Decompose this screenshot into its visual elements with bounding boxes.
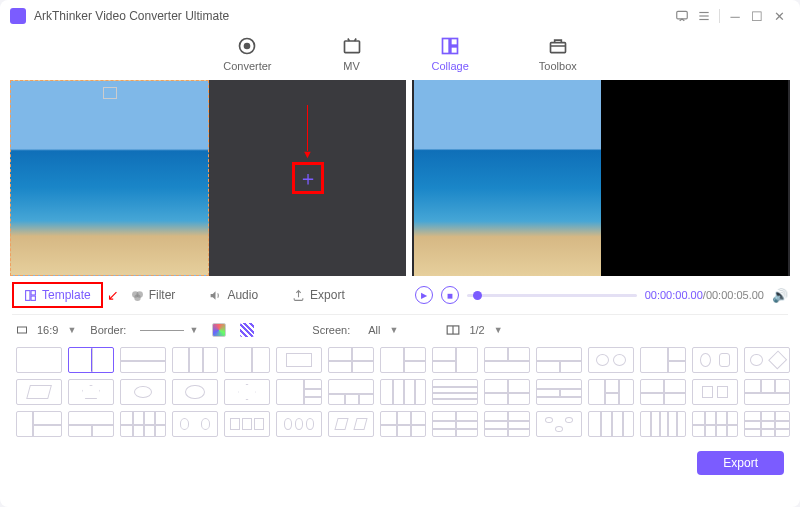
template-item[interactable]: [120, 347, 166, 373]
border-color-button[interactable]: [212, 323, 226, 337]
template-item[interactable]: [484, 411, 530, 437]
export-button[interactable]: Export: [697, 451, 784, 475]
template-item[interactable]: [640, 347, 686, 373]
stop-button[interactable]: ■: [441, 286, 459, 304]
annotation-highlight: Template: [12, 282, 103, 308]
nav-toolbox[interactable]: Toolbox: [539, 36, 577, 72]
template-item[interactable]: [484, 379, 530, 405]
time-total: 00:00:05.00: [706, 289, 764, 301]
collage-slot-2[interactable]: ▼ ＋: [209, 80, 406, 276]
maximize-button[interactable]: ☐: [746, 5, 768, 27]
border-style-dropdown[interactable]: ▼: [140, 325, 198, 335]
template-item[interactable]: [744, 347, 790, 373]
collage-slot-1[interactable]: [10, 80, 209, 276]
template-item[interactable]: [380, 379, 426, 405]
template-item[interactable]: [68, 379, 114, 405]
template-item[interactable]: [224, 347, 270, 373]
template-item[interactable]: [692, 347, 738, 373]
tab-filter[interactable]: Filter: [125, 285, 182, 305]
template-item[interactable]: [484, 347, 530, 373]
svg-rect-0: [677, 11, 688, 19]
footer: Export: [0, 443, 800, 485]
audio-icon: [209, 289, 222, 302]
template-item[interactable]: [640, 379, 686, 405]
template-item[interactable]: [172, 347, 218, 373]
options-row: 16:9 ▼ Border: ▼ Screen: All ▼ 1/2 ▼: [0, 319, 800, 341]
template-item[interactable]: [16, 347, 62, 373]
template-item[interactable]: [16, 411, 62, 437]
feedback-icon[interactable]: [671, 5, 693, 27]
template-item[interactable]: [432, 347, 478, 373]
export-icon: [292, 289, 305, 302]
template-item[interactable]: [276, 411, 322, 437]
svg-rect-9: [451, 47, 458, 54]
volume-icon[interactable]: 🔊: [772, 288, 788, 303]
svg-rect-7: [443, 39, 450, 54]
play-button[interactable]: ▶: [415, 286, 433, 304]
template-item[interactable]: [120, 411, 166, 437]
template-item[interactable]: [536, 347, 582, 373]
tab-group: Filter Audio Export: [125, 285, 351, 305]
minimize-button[interactable]: ─: [724, 5, 746, 27]
tab-audio[interactable]: Audio: [203, 285, 264, 305]
template-item[interactable]: [744, 379, 790, 405]
aspect-ratio-dropdown[interactable]: 16:9 ▼: [16, 323, 76, 337]
template-item[interactable]: [328, 379, 374, 405]
nav-converter[interactable]: Converter: [223, 36, 271, 72]
template-item[interactable]: [744, 411, 790, 437]
app-logo-icon: [10, 8, 26, 24]
template-item[interactable]: [328, 411, 374, 437]
template-item[interactable]: [68, 347, 114, 373]
collage-editor: ▼ ＋: [10, 80, 406, 276]
ratio-icon: [16, 324, 28, 336]
template-item[interactable]: [276, 379, 322, 405]
add-media-button[interactable]: ▼ ＋: [292, 162, 324, 194]
divider: [719, 9, 720, 23]
split-dropdown[interactable]: 1/2 ▼: [446, 323, 502, 337]
tab-export[interactable]: Export: [286, 285, 351, 305]
template-item[interactable]: [692, 411, 738, 437]
screen-dropdown[interactable]: All ▼: [364, 323, 398, 337]
template-item[interactable]: [68, 411, 114, 437]
template-item[interactable]: [640, 411, 686, 437]
template-item[interactable]: [172, 411, 218, 437]
seek-slider[interactable]: [467, 294, 637, 297]
divider: [12, 314, 788, 315]
template-item[interactable]: [224, 379, 270, 405]
nav-mv[interactable]: MV: [342, 36, 362, 72]
preview-slot-1: [414, 80, 601, 276]
svg-rect-11: [26, 290, 30, 300]
template-item[interactable]: [16, 379, 62, 405]
template-icon: [24, 289, 37, 302]
template-item[interactable]: [380, 411, 426, 437]
template-item[interactable]: [692, 379, 738, 405]
template-item[interactable]: [588, 379, 634, 405]
template-item[interactable]: [328, 347, 374, 373]
template-item[interactable]: [172, 379, 218, 405]
split-value: 1/2: [465, 323, 488, 337]
annotation-arrow-2: ↙: [107, 287, 119, 303]
border-pattern-button[interactable]: [240, 323, 254, 337]
template-item[interactable]: [380, 347, 426, 373]
tab-template[interactable]: Template: [18, 285, 97, 305]
tab-label: Filter: [149, 288, 176, 302]
template-item[interactable]: [588, 347, 634, 373]
toolbox-icon: [548, 36, 568, 56]
tab-label: Audio: [227, 288, 258, 302]
time-display: 00:00:00.00/00:00:05.00: [645, 289, 764, 301]
template-item[interactable]: [120, 379, 166, 405]
svg-point-5: [245, 44, 250, 49]
converter-icon: [237, 36, 257, 56]
template-item[interactable]: [432, 379, 478, 405]
template-item[interactable]: [224, 411, 270, 437]
close-button[interactable]: ✕: [768, 5, 790, 27]
menu-icon[interactable]: [693, 5, 715, 27]
chevron-down-icon: ▼: [494, 325, 503, 335]
nav-collage[interactable]: Collage: [432, 36, 469, 72]
template-item[interactable]: [276, 347, 322, 373]
preview-pane: [412, 80, 790, 276]
template-item[interactable]: [588, 411, 634, 437]
template-item[interactable]: [432, 411, 478, 437]
template-item[interactable]: [536, 379, 582, 405]
template-item[interactable]: [536, 411, 582, 437]
